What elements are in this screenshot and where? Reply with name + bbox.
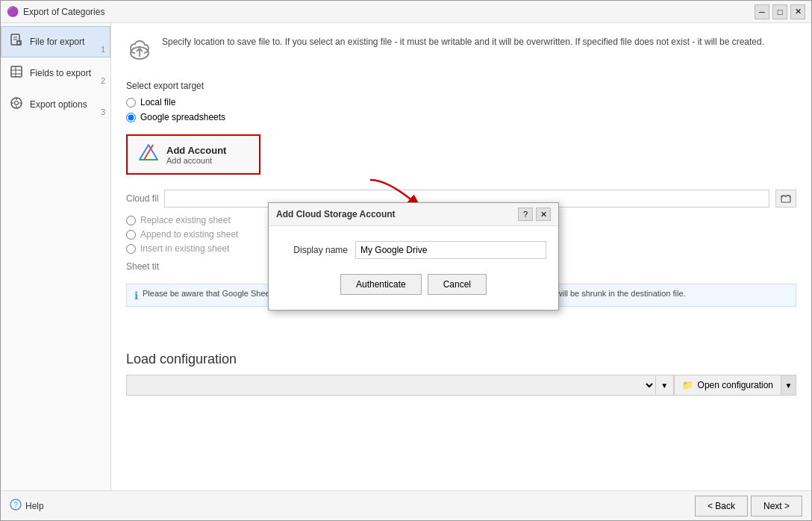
help-link[interactable]: ? Help	[10, 499, 44, 513]
cancel-button[interactable]: Cancel	[428, 274, 487, 295]
radio-replace-label: Replace existing sheet	[140, 215, 231, 225]
back-button[interactable]: < Back	[695, 496, 748, 517]
sidebar-item-fields-to-export[interactable]: Fields to export 2	[1, 57, 110, 89]
radio-insert-input[interactable]	[126, 244, 136, 254]
radio-local-file-label: Local file	[140, 97, 175, 107]
help-label: Help	[25, 501, 44, 511]
authenticate-button[interactable]: Authenticate	[340, 274, 422, 295]
svg-point-11	[15, 102, 19, 105]
main-content: File for export 1 Fields to export 2 Exp…	[1, 23, 811, 490]
sheet-title-label: Sheet tit	[126, 261, 159, 272]
file-for-export-icon	[9, 33, 24, 51]
add-account-title: Add Account	[166, 145, 226, 156]
modal-close-button[interactable]: ✕	[536, 208, 551, 221]
load-config-row: ▼ 📁 Open configuration ▼	[126, 375, 796, 396]
window-title: Export of Categories	[23, 7, 104, 17]
cloud-file-browse-button[interactable]	[775, 190, 796, 208]
add-account-sub: Add account	[166, 156, 226, 165]
info-bar: Specify location to save file to. If you…	[126, 35, 796, 69]
radio-google-spreadsheets-label: Google spreadsheets	[140, 112, 225, 122]
sidebar: File for export 1 Fields to export 2 Exp…	[1, 23, 111, 490]
info-circle-icon: ℹ	[134, 290, 138, 302]
export-target-radio-group: Local file Google spreadsheets	[126, 97, 796, 122]
app-icon: 🟣	[7, 6, 19, 18]
add-account-texts: Add Account Add account	[166, 145, 226, 165]
radio-local-file-input[interactable]	[126, 98, 136, 107]
open-config-label: Open configuration	[698, 380, 773, 390]
display-name-label: Display name	[281, 245, 348, 255]
info-message: Specify location to save file to. If you…	[162, 35, 764, 49]
svg-rect-6	[11, 66, 22, 77]
modal-field-row: Display name	[281, 241, 546, 259]
open-config-dropdown-button[interactable]: ▼	[781, 375, 796, 396]
main-window: 🟣 Export of Categories ─ □ ✕ File for ex…	[0, 0, 812, 521]
nav-buttons: < Back Next >	[695, 496, 802, 517]
fields-to-export-icon	[9, 64, 24, 82]
cloud-file-label: Cloud fil	[126, 193, 158, 204]
load-config-select[interactable]	[126, 375, 656, 396]
title-bar: 🟣 Export of Categories ─ □ ✕	[1, 1, 811, 23]
svg-text:?: ?	[13, 501, 18, 509]
content-area: Specify location to save file to. If you…	[111, 23, 811, 490]
radio-local-file[interactable]: Local file	[126, 97, 796, 107]
modal-help-button[interactable]: ?	[518, 208, 533, 221]
radio-append-label: Append to existing sheet	[140, 229, 238, 240]
google-drive-icon	[138, 142, 159, 167]
load-config-select-dropdown-button[interactable]: ▼	[656, 375, 674, 396]
sidebar-item-file-for-export-number: 1	[101, 45, 105, 54]
radio-google-spreadsheets-input[interactable]	[126, 113, 136, 122]
help-circle-icon: ?	[10, 499, 22, 513]
radio-append-input[interactable]	[126, 230, 136, 240]
sidebar-item-file-for-export[interactable]: File for export 1	[1, 26, 110, 57]
load-config-section: Load configuration ▼ 📁 Open configuratio…	[126, 352, 796, 396]
modal-title-bar: Add Cloud Storage Account ? ✕	[269, 203, 558, 226]
folder-icon: 📁	[682, 380, 693, 390]
open-configuration-button[interactable]: 📁 Open configuration	[674, 375, 781, 396]
modal-title-actions: ? ✕	[518, 208, 551, 221]
minimize-button[interactable]: ─	[755, 4, 769, 19]
export-options-icon	[9, 96, 24, 113]
sidebar-item-fields-to-export-label: Fields to export	[30, 68, 102, 78]
sidebar-item-export-options[interactable]: Export options 3	[1, 89, 110, 120]
upload-cloud-icon	[126, 37, 153, 69]
sidebar-item-export-options-number: 3	[101, 107, 105, 116]
modal-actions: Authenticate Cancel	[281, 274, 546, 295]
load-config-select-wrap: ▼	[126, 375, 674, 396]
modal-dialog: Add Cloud Storage Account ? ✕ Display na…	[268, 202, 559, 311]
sidebar-item-export-options-label: Export options	[30, 99, 102, 110]
title-bar-buttons: ─ □ ✕	[755, 4, 805, 19]
sidebar-item-fields-to-export-number: 2	[101, 76, 105, 85]
add-account-button[interactable]: Add Account Add account	[126, 134, 260, 175]
title-bar-left: 🟣 Export of Categories	[7, 6, 104, 18]
bottom-bar: ? Help < Back Next >	[1, 490, 811, 520]
modal-title: Add Cloud Storage Account	[276, 209, 396, 219]
radio-replace-input[interactable]	[126, 216, 136, 225]
sidebar-item-file-for-export-label: File for export	[30, 37, 102, 47]
select-export-target-label: Select export target	[126, 81, 796, 91]
radio-insert-label: Insert in existing sheet	[140, 243, 229, 254]
svg-line-19	[144, 145, 153, 160]
display-name-input[interactable]	[355, 241, 546, 259]
modal-body: Display name Authenticate Cancel	[269, 226, 558, 310]
load-config-title: Load configuration	[126, 352, 796, 367]
maximize-button[interactable]: □	[772, 4, 787, 19]
next-button[interactable]: Next >	[751, 496, 802, 517]
radio-google-spreadsheets[interactable]: Google spreadsheets	[126, 112, 796, 122]
close-button[interactable]: ✕	[790, 4, 805, 19]
